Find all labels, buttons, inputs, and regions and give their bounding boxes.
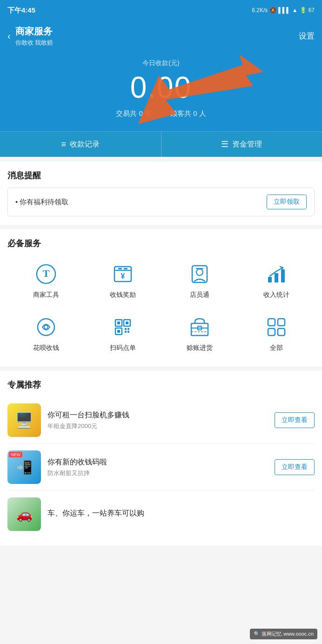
collect-reward-label: 收钱奖励	[110, 291, 136, 299]
service-all[interactable]: 全部	[238, 309, 315, 358]
svg-rect-23	[127, 328, 129, 330]
watermark-site: 落网记忆	[262, 631, 282, 637]
watermark-url: www.oooc.cn	[283, 631, 314, 637]
rec-item-face-machine: 🖥️ 你可租一台扫脸机多赚钱 年租金直降2000元 立即查看	[7, 397, 315, 444]
transaction-count: 交易共 0 笔	[116, 109, 152, 118]
merchant-tool-label: 商家工具	[33, 291, 59, 299]
svg-rect-12	[275, 273, 278, 282]
svg-rect-7	[124, 268, 127, 269]
credit-stock-label: 赊账进货	[187, 344, 213, 352]
hero-label: 今日收款(元)	[7, 59, 315, 67]
staff-pass-icon	[187, 261, 213, 287]
credit-stock-icon	[187, 314, 213, 340]
scan-order-icon	[110, 314, 136, 340]
rec-sub-face: 年租金直降2000元	[47, 422, 268, 430]
rec-section: 专属推荐 🖥️ 你可租一台扫脸机多赚钱 年租金直降2000元 立即查看 NEW …	[0, 371, 322, 546]
header-title-block: 商家服务 你敢收 我敢赔	[15, 25, 54, 47]
svg-rect-33	[278, 329, 285, 335]
settings-button[interactable]: 设置	[299, 31, 315, 41]
service-section-title: 必备服务	[7, 238, 315, 249]
header: ‹ 商家服务 你敢收 我敢赔 设置	[0, 20, 322, 54]
back-button[interactable]: ‹	[7, 31, 11, 41]
rec-content-car: 车、你运车，一站养车可以购	[47, 509, 315, 520]
svg-text:T: T	[42, 268, 49, 279]
service-scan-order[interactable]: 扫码点单	[84, 309, 161, 358]
svg-rect-22	[125, 328, 127, 330]
huabei-label: 花呗收钱	[33, 344, 59, 352]
page-title: 商家服务	[15, 25, 54, 38]
scan-order-label: 扫码点单	[110, 344, 136, 352]
rec-content-face: 你可租一台扫脸机多赚钱 年租金直降2000元	[47, 410, 268, 430]
status-icons: 6.2K/s 🔕 ▌▌▌ ▲ 🔋 67	[252, 7, 315, 13]
svg-rect-13	[281, 269, 285, 282]
all-icon	[263, 314, 289, 340]
fund-management-label: 资金管理	[232, 140, 262, 149]
hero-wrapper: 今日收款(元) 0.00 交易共 0 笔 顾客共 0 人	[0, 54, 322, 131]
service-grid: T 商家工具 ¥ 收钱奖励	[7, 255, 315, 358]
service-merchant-tool[interactable]: T 商家工具	[7, 255, 84, 305]
svg-rect-31	[278, 319, 285, 326]
svg-point-14	[38, 319, 54, 335]
collect-reward-icon: ¥	[110, 261, 136, 287]
network-speed: 6.2K/s	[252, 7, 268, 13]
message-section-title: 消息提醒	[7, 170, 315, 181]
new-badge: NEW	[9, 452, 22, 457]
svg-rect-24	[125, 331, 127, 333]
income-stat-icon	[263, 261, 289, 287]
hero-section: 今日收款(元) 0.00 交易共 0 笔 顾客共 0 人	[0, 54, 322, 131]
rec-content-qr: 你有新的收钱码啦 防水耐脏又抗摔	[47, 457, 268, 477]
rec-thumb-face: 🖥️	[7, 403, 41, 437]
svg-rect-19	[117, 322, 120, 324]
rec-title-qr: 你有新的收钱码啦	[47, 457, 268, 467]
wifi-icon: ▲	[292, 7, 298, 13]
service-section: 必备服务 T 商家工具 ¥ 收钱奖励	[0, 229, 322, 366]
service-huabei[interactable]: 花呗收钱	[7, 309, 84, 358]
rec-item-qr: NEW 📲 你有新的收钱码啦 防水耐脏又抗摔 立即查看	[7, 444, 315, 491]
svg-rect-21	[117, 330, 120, 333]
message-box: 你有福利待领取 立即领取	[7, 188, 315, 216]
status-bar: 下午4:45 6.2K/s 🔕 ▌▌▌ ▲ 🔋 67	[0, 0, 322, 20]
huabei-icon	[33, 314, 59, 340]
rec-title-face: 你可租一台扫脸机多赚钱	[47, 410, 268, 420]
svg-rect-30	[268, 319, 275, 326]
rec-sub-qr: 防水耐脏又抗摔	[47, 469, 268, 477]
rec-btn-face[interactable]: 立即查看	[275, 412, 315, 428]
message-text: 你有福利待领取	[15, 198, 68, 207]
claim-button[interactable]: 立即领取	[267, 195, 307, 209]
staff-pass-label: 店员通	[190, 291, 209, 299]
merchant-tool-icon: T	[33, 261, 59, 287]
all-label: 全部	[270, 344, 283, 352]
service-collect-reward[interactable]: ¥ 收钱奖励	[84, 255, 161, 305]
rec-thumb-car: 🚗	[7, 497, 41, 531]
battery-icon: 🔋	[300, 7, 307, 13]
service-staff-pass[interactable]: 店员通	[161, 255, 238, 305]
rec-section-title: 专属推荐	[7, 379, 315, 390]
hero-amount: 0.00	[7, 70, 315, 105]
signal-icon: ▌▌▌	[278, 7, 290, 13]
svg-rect-6	[118, 268, 122, 269]
nav-fund-management[interactable]: ☰ 资金管理	[161, 132, 322, 157]
rec-thumb-qr: NEW 📲	[7, 450, 41, 484]
payment-record-icon: ≡	[61, 140, 66, 149]
quick-nav: ≡ 收款记录 ☰ 资金管理	[0, 131, 322, 157]
customer-count: 顾客共 0 人	[170, 109, 206, 118]
svg-rect-20	[126, 322, 128, 324]
service-income-stat[interactable]: 收入统计	[238, 255, 315, 305]
hero-stats: 交易共 0 笔 顾客共 0 人	[7, 109, 315, 118]
watermark-icon: 🔍	[254, 631, 260, 637]
income-stat-label: 收入统计	[263, 291, 289, 299]
battery-level: 67	[309, 7, 315, 13]
rec-btn-qr[interactable]: 立即查看	[275, 459, 315, 475]
svg-point-15	[44, 325, 48, 329]
svg-rect-25	[127, 331, 129, 333]
rec-item-car: 🚗 车、你运车，一站养车可以购	[7, 491, 315, 537]
nav-payment-record[interactable]: ≡ 收款记录	[0, 132, 161, 157]
watermark: 🔍 落网记忆 www.oooc.cn	[250, 629, 317, 639]
page-subtitle: 你敢收 我敢赔	[15, 39, 54, 47]
payment-record-label: 收款记录	[70, 140, 100, 149]
service-credit-stock[interactable]: 赊账进货	[161, 309, 238, 358]
svg-point-9	[196, 269, 203, 275]
mute-icon: 🔕	[269, 7, 276, 13]
svg-rect-32	[268, 329, 275, 335]
status-time: 下午4:45	[7, 6, 35, 15]
